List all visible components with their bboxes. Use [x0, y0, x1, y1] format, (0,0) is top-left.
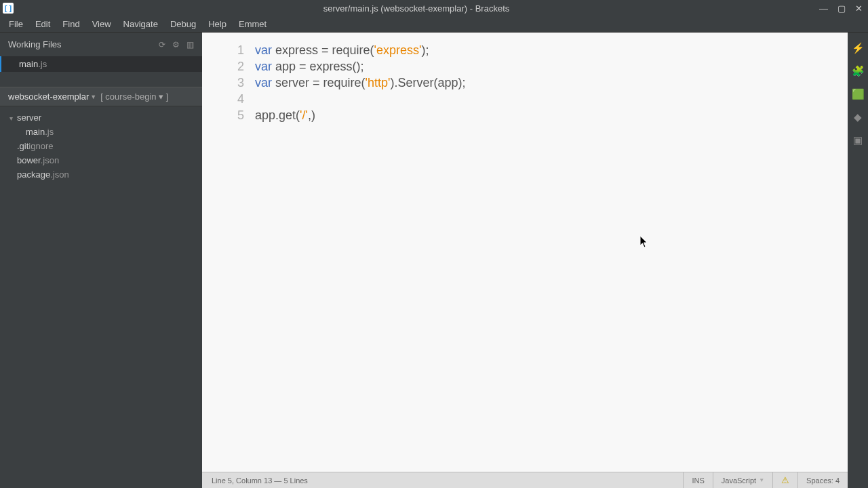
tree-file[interactable]: bower.json [0, 153, 202, 167]
menu-file[interactable]: File [3, 18, 29, 30]
split-icon[interactable]: ▥ [186, 40, 194, 49]
insert-mode[interactable]: INS [683, 472, 712, 489]
code-line[interactable]: var server = require('http').Server(app)… [255, 75, 848, 91]
project-header[interactable]: websocket-exemplar ▼ [ course-begin ▾ ] [0, 87, 202, 106]
line-number: 5 [202, 107, 244, 123]
menu-debug[interactable]: Debug [164, 18, 202, 30]
line-number: 3 [202, 75, 244, 91]
line-number: 1 [202, 42, 244, 58]
gear-icon[interactable]: ⚙ [172, 40, 180, 49]
menu-edit[interactable]: Edit [29, 18, 56, 30]
menu-navigate[interactable]: Navigate [117, 18, 164, 30]
window-title: server/main.js (websocket-exemplar) - Br… [14, 3, 819, 14]
maximize-button[interactable]: ▢ [837, 3, 846, 14]
working-file-item[interactable]: main.js [0, 56, 202, 72]
tree-folder[interactable]: ▾server [0, 110, 202, 125]
code-editor[interactable]: 12345 var express = require('express');v… [202, 33, 848, 472]
project-name: websocket-exemplar [8, 92, 89, 102]
working-files-label: Working Files [8, 39, 62, 49]
menu-help[interactable]: Help [202, 18, 233, 30]
title-bar: [ ] server/main.js (websocket-exemplar) … [0, 0, 868, 16]
code-line[interactable]: var app = express(); [255, 58, 848, 75]
menu-find[interactable]: Find [56, 18, 85, 30]
branch-label: [ course-begin ▾ ] [100, 92, 168, 102]
menu-emmet[interactable]: Emmet [233, 18, 273, 30]
code-line[interactable]: var express = require('express'); [255, 42, 848, 58]
warning-icon: ⚠ [781, 475, 789, 485]
line-number: 2 [202, 58, 244, 75]
tool-icon[interactable]: ◆ [854, 111, 862, 123]
plugin-icon[interactable]: 🟩 [852, 88, 865, 100]
right-toolbar: ⚡ 🧩 🟩 ◆ ▣ [848, 33, 868, 488]
live-preview-icon[interactable]: ⚡ [852, 42, 865, 54]
indent-mode[interactable]: Spaces: 4 [797, 472, 848, 489]
tree-file[interactable]: .gitignore [0, 139, 202, 153]
line-number: 4 [202, 91, 244, 107]
brackets-logo-icon: [ ] [3, 3, 14, 14]
close-button[interactable]: ✕ [855, 3, 863, 14]
status-bar: Line 5, Column 13 — 5 Lines INS JavaScri… [202, 472, 848, 488]
tree-file[interactable]: main.js [0, 125, 202, 139]
code-area[interactable]: var express = require('express');var app… [251, 33, 848, 472]
sort-icon[interactable]: ⟳ [159, 40, 165, 49]
tree-file[interactable]: package.json [0, 167, 202, 182]
chevron-down-icon: ▼ [759, 477, 764, 483]
code-line[interactable] [255, 91, 848, 107]
chevron-down-icon: ▼ [90, 94, 96, 100]
minimize-button[interactable]: — [819, 3, 828, 14]
lint-status[interactable]: ⚠ [772, 472, 797, 489]
extension-manager-icon[interactable]: 🧩 [852, 65, 865, 77]
cursor-position[interactable]: Line 5, Column 13 — 5 Lines [202, 476, 683, 485]
menu-view[interactable]: View [86, 18, 117, 30]
chevron-down-icon: ▾ [9, 115, 15, 122]
console-icon[interactable]: ▣ [853, 134, 863, 146]
file-tree: ▾servermain.js.gitignorebower.jsonpackag… [0, 106, 202, 186]
file-name: main [19, 59, 38, 69]
code-line[interactable]: app.get('/',) [255, 107, 848, 123]
file-ext: .js [38, 59, 47, 69]
language-mode[interactable]: JavaScript▼ [713, 472, 772, 489]
sidebar: Working Files ⟳ ⚙ ▥ main.js websocket-ex… [0, 33, 202, 488]
line-gutter: 12345 [202, 33, 251, 472]
menu-bar: File Edit Find View Navigate Debug Help … [0, 16, 868, 33]
